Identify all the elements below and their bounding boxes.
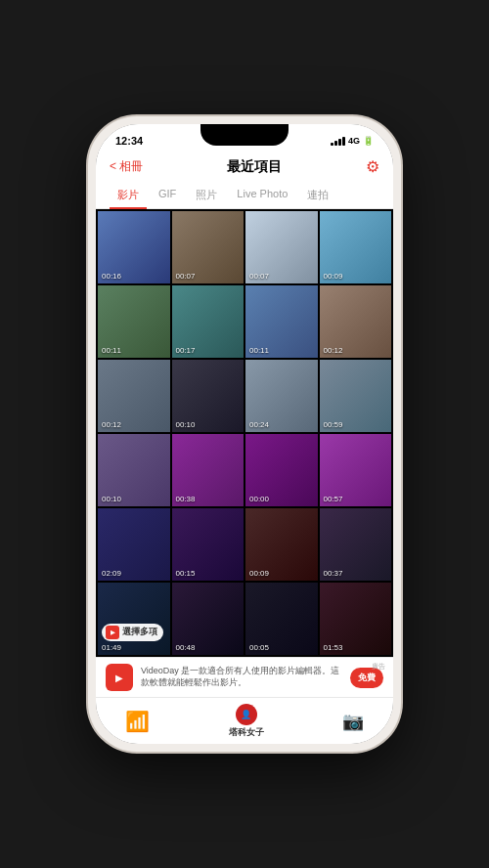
media-item[interactable]: 00:10 — [98, 434, 170, 506]
select-icon — [106, 626, 119, 639]
filter-tabs: 影片 GIF 照片 Live Photo 連拍 — [96, 182, 393, 209]
media-item[interactable]: 00:57 — [320, 434, 392, 506]
nav-bar: < 相冊 最近項目 ⚙ — [96, 152, 393, 182]
media-duration: 00:11 — [102, 346, 121, 355]
media-duration: 00:05 — [249, 643, 269, 652]
media-duration: 00:57 — [324, 495, 343, 503]
tab-gif[interactable]: GIF — [151, 182, 184, 208]
media-item[interactable]: 00:17 — [172, 285, 244, 358]
media-item[interactable]: 00:11 — [98, 285, 170, 358]
notch — [200, 124, 289, 146]
media-duration: 00:37 — [324, 569, 343, 578]
phone-frame: 12:34 4G 🔋 < 相冊 最近項目 ⚙ — [88, 116, 401, 752]
media-duration: 00:10 — [176, 420, 196, 429]
media-grid[interactable]: 00:1600:0700:0700:0900:1100:1700:1100:12… — [96, 209, 393, 657]
media-item[interactable]: 00:05 — [245, 583, 318, 655]
media-item[interactable]: 00:10 — [172, 360, 244, 432]
media-item[interactable]: 00:48 — [172, 583, 244, 655]
media-item[interactable]: 00:12 — [98, 360, 170, 432]
select-multi-badge[interactable]: 選擇多項 — [102, 624, 163, 641]
media-item[interactable]: 00:38 — [172, 434, 244, 506]
media-item[interactable]: 02:09 — [98, 508, 170, 581]
media-duration: 00:09 — [249, 569, 269, 578]
tab-photo[interactable]: 照片 — [188, 182, 225, 208]
battery-icon: 🔋 — [363, 136, 374, 146]
ad-app-icon — [106, 664, 133, 691]
media-duration: 00:11 — [249, 346, 269, 355]
carrier-label: 4G — [348, 136, 360, 146]
media-duration: 00:12 — [324, 346, 343, 355]
tab-burst[interactable]: 連拍 — [299, 182, 336, 208]
media-item[interactable]: 00:37 — [320, 508, 392, 581]
camera-icon[interactable]: 📷 — [342, 711, 364, 732]
ad-banner: VideoDay 是一款適合所有人使用的影片編輯器。這款軟體就能輕鬆作出影片。 … — [96, 657, 393, 697]
logo-text: 塔科女子 — [229, 726, 264, 739]
media-item[interactable]: 00:11 — [245, 285, 318, 358]
wifi-icon[interactable]: 📶 — [125, 710, 150, 733]
media-duration: 00:15 — [176, 569, 196, 578]
media-duration: 00:07 — [176, 272, 196, 281]
media-duration: 00:16 — [102, 272, 121, 281]
ad-text: VideoDay 是一款適合所有人使用的影片編輯器。這款軟體就能輕鬆作出影片。 — [141, 666, 342, 688]
status-time: 12:34 — [115, 135, 143, 147]
media-item[interactable]: 00:12 — [320, 285, 392, 358]
media-duration: 00:24 — [249, 420, 269, 429]
media-item[interactable]: 00:15 — [172, 508, 244, 581]
media-duration: 01:49 — [102, 643, 121, 652]
media-item[interactable]: 00:07 — [245, 211, 318, 283]
media-item[interactable]: 00:09 — [320, 211, 392, 283]
signal-icon — [331, 137, 345, 146]
media-duration: 00:38 — [176, 495, 196, 503]
media-item[interactable]: 00:16 — [98, 211, 170, 283]
media-duration: 00:09 — [324, 272, 343, 281]
back-button[interactable]: < 相冊 — [110, 158, 143, 175]
ad-tag: 廣告 — [372, 662, 385, 672]
tab-livephoto[interactable]: Live Photo — [229, 182, 295, 208]
media-item[interactable]: 01:53 — [320, 583, 392, 655]
media-item[interactable]: 00:59 — [320, 360, 392, 432]
media-item[interactable]: 01:49選擇多項 — [98, 583, 170, 655]
bottom-tab-bar: 📶 👤 塔科女子 📷 — [96, 697, 393, 744]
tab-video[interactable]: 影片 — [110, 182, 147, 208]
media-item[interactable]: 00:07 — [172, 211, 244, 283]
media-duration: 00:00 — [249, 495, 269, 503]
media-item[interactable]: 00:24 — [245, 360, 318, 432]
media-duration: 02:09 — [102, 569, 121, 578]
media-duration: 01:53 — [324, 643, 343, 652]
media-duration: 00:17 — [176, 346, 196, 355]
media-duration: 00:07 — [249, 272, 269, 281]
media-duration: 00:10 — [102, 495, 121, 503]
media-duration: 00:12 — [102, 420, 121, 429]
logo-center[interactable]: 👤 塔科女子 — [229, 704, 264, 739]
logo-avatar: 👤 — [236, 704, 257, 725]
page-title: 最近項目 — [227, 158, 282, 176]
phone-screen: 12:34 4G 🔋 < 相冊 最近項目 ⚙ — [96, 124, 393, 744]
screen: 12:34 4G 🔋 < 相冊 最近項目 ⚙ — [96, 124, 393, 744]
settings-button[interactable]: ⚙ — [366, 157, 379, 176]
status-icons: 4G 🔋 — [331, 136, 374, 146]
select-label: 選擇多項 — [122, 626, 157, 638]
media-item[interactable]: 00:00 — [245, 434, 318, 506]
media-duration: 00:48 — [176, 643, 196, 652]
media-item[interactable]: 00:09 — [245, 508, 318, 581]
media-duration: 00:59 — [324, 420, 343, 429]
